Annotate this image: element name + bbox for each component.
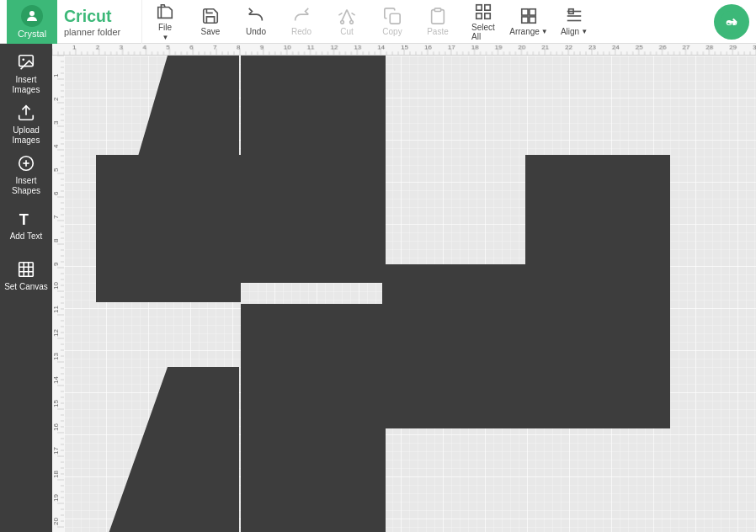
svg-line-7: [352, 13, 355, 15]
sidebar-item-add-text[interactable]: T Add Text: [3, 202, 50, 249]
redo-button[interactable]: Redo: [282, 2, 321, 42]
align-group: Align ▼: [551, 0, 597, 44]
align-dropdown-arrow: ▼: [581, 28, 588, 35]
svg-point-3: [350, 21, 354, 24]
align-button[interactable]: Align ▼: [555, 2, 594, 42]
arrange-dropdown-arrow: ▼: [541, 28, 548, 35]
arrange-label: Arrange: [509, 27, 540, 36]
cricut-logo: Cricut planner folder: [57, 0, 142, 44]
folder-name: planner folder: [64, 27, 131, 37]
file-button[interactable]: File ▼: [146, 2, 184, 42]
file-group: File ▼: [142, 0, 188, 44]
sidebar-item-insert-images-label: Insert Images: [13, 75, 40, 95]
svg-rect-15: [530, 9, 535, 15]
svg-rect-16: [522, 17, 528, 23]
svg-point-25: [22, 58, 24, 61]
svg-rect-11: [485, 4, 490, 9]
copy-group: Copy: [370, 0, 415, 44]
select-all-button[interactable]: Select All: [464, 2, 503, 42]
svg-rect-14: [522, 9, 528, 15]
main-area: Insert Images Upload Images Insert Shape…: [0, 44, 756, 532]
svg-rect-8: [390, 13, 400, 24]
cricut-logo-svg: Cricut: [64, 7, 131, 25]
shape-rect-center-right[interactable]: [382, 264, 525, 428]
svg-rect-17: [530, 17, 535, 23]
arrange-group: Arrange ▼: [506, 0, 551, 44]
sidebar-item-insert-shapes-label: Insert Shapes: [12, 176, 40, 196]
svg-rect-12: [476, 13, 482, 18]
sidebar-item-upload-images[interactable]: Upload Images: [3, 101, 50, 148]
sidebar-item-add-text-label: Add Text: [10, 231, 43, 242]
svg-line-4: [342, 10, 347, 21]
select-all-group: Select All: [461, 0, 506, 44]
shape-rect-left-mid[interactable]: [96, 155, 241, 302]
undo-label: Undo: [246, 27, 266, 36]
sidebar-item-insert-images[interactable]: Insert Images: [3, 51, 50, 98]
ruler-vertical: [52, 56, 64, 532]
shape-rect-right[interactable]: [525, 155, 670, 428]
svg-rect-13: [485, 13, 490, 18]
shape-rect-center-bottom[interactable]: [241, 304, 386, 532]
copy-button[interactable]: Copy: [373, 2, 412, 42]
canvas-content[interactable]: [64, 56, 756, 532]
ruler-horizontal: [52, 44, 756, 55]
undo-button[interactable]: Undo: [237, 2, 275, 42]
redo-group: Redo: [279, 0, 324, 44]
user-name: Crystal: [18, 29, 46, 39]
svg-text:T: T: [19, 210, 29, 228]
toolbar: Crystal Cricut planner folder File ▼ Sav…: [0, 0, 756, 44]
paste-group: Paste: [415, 0, 461, 44]
svg-rect-10: [476, 4, 482, 9]
svg-line-6: [338, 13, 342, 15]
redo-label: Redo: [291, 27, 311, 36]
svg-rect-9: [434, 8, 440, 12]
ruler-left: [52, 56, 64, 532]
save-button[interactable]: Save: [191, 2, 230, 42]
ruler-top: [52, 44, 756, 56]
save-label: Save: [201, 27, 221, 36]
paste-button[interactable]: Paste: [418, 2, 457, 42]
cut-group: Cut: [324, 0, 370, 44]
copy-label: Copy: [382, 27, 402, 36]
svg-line-5: [347, 10, 352, 21]
undo-group: Undo: [233, 0, 279, 44]
svg-text:Cricut: Cricut: [64, 7, 112, 25]
svg-point-0: [29, 11, 35, 16]
sidebar: Insert Images Upload Images Insert Shape…: [0, 44, 52, 532]
sidebar-item-set-canvas[interactable]: Set Canvas: [3, 253, 50, 300]
avatar: [21, 5, 43, 27]
cut-button[interactable]: Cut: [327, 2, 366, 42]
shape-rect-top-center[interactable]: [241, 56, 386, 283]
user-badge[interactable]: Crystal: [7, 0, 57, 44]
svg-rect-31: [19, 263, 34, 277]
svg-point-2: [341, 21, 344, 24]
select-all-label: Select All: [471, 23, 495, 41]
save-group: Save: [188, 0, 233, 44]
sidebar-item-upload-images-label: Upload Images: [13, 125, 40, 146]
go-button[interactable]: Go: [714, 4, 749, 40]
sidebar-item-set-canvas-label: Set Canvas: [4, 282, 48, 292]
cut-label: Cut: [340, 27, 354, 36]
sidebar-item-insert-shapes[interactable]: Insert Shapes: [3, 152, 50, 199]
file-dropdown-arrow: ▼: [162, 34, 169, 41]
paste-label: Paste: [427, 27, 449, 36]
align-label: Align: [561, 27, 579, 36]
arrange-button[interactable]: Arrange ▼: [509, 2, 548, 42]
go-icon: Go: [720, 10, 743, 34]
file-label: File: [158, 23, 172, 32]
canvas-area[interactable]: [52, 44, 756, 532]
